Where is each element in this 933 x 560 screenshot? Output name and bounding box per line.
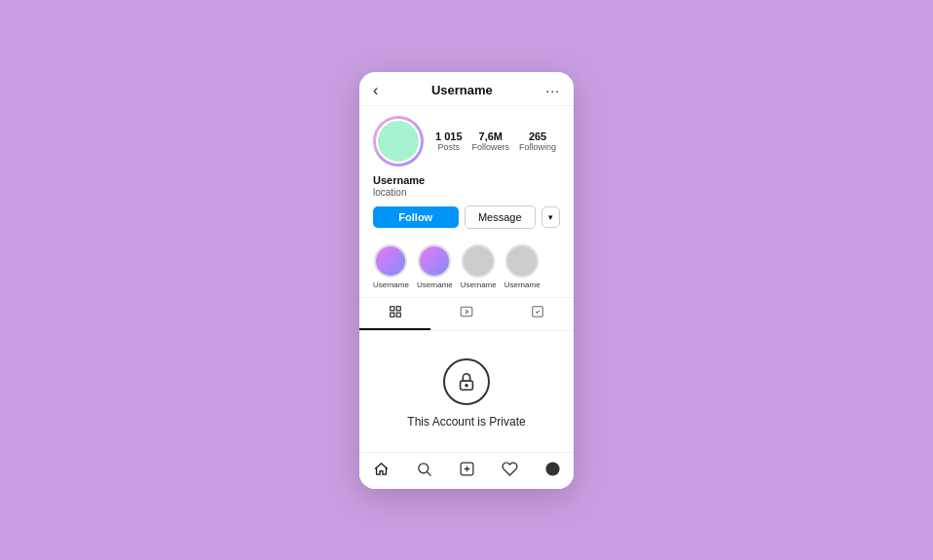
highlight-label-1: Username [417, 280, 453, 289]
profile-icon [544, 461, 561, 481]
highlight-label-0: Username [373, 280, 409, 289]
svg-rect-1 [396, 306, 400, 310]
reels-icon [460, 305, 473, 321]
grid-icon [389, 305, 402, 321]
home-icon [373, 461, 390, 481]
more-options-button[interactable]: ··· [545, 83, 560, 98]
add-nav[interactable] [445, 461, 488, 481]
dropdown-button[interactable]: ▾ [541, 206, 560, 228]
avatar-image [376, 119, 421, 164]
action-buttons: Follow Message ▾ [373, 205, 560, 229]
svg-rect-0 [390, 306, 393, 310]
private-section: This Account is Private [359, 331, 574, 452]
svg-rect-2 [390, 313, 393, 317]
avatar [373, 116, 424, 167]
phone-frame: ‹ Username ··· 1 015 Posts 7,6M Follower… [359, 72, 574, 489]
highlight-item-2[interactable]: Username [461, 244, 497, 289]
lock-circle [443, 358, 490, 405]
tagged-icon [531, 305, 544, 321]
bottom-nav [359, 452, 574, 489]
private-message: This Account is Private [407, 415, 525, 429]
svg-point-13 [545, 462, 559, 475]
svg-point-8 [418, 463, 428, 472]
posts-stat: 1 015 Posts [435, 131, 463, 152]
followers-count: 7,6M [479, 131, 503, 142]
profile-location: location [373, 187, 560, 198]
profile-top: 1 015 Posts 7,6M Followers 265 Following [373, 116, 560, 167]
followers-stat[interactable]: 7,6M Followers [472, 131, 510, 152]
following-label: Following [519, 142, 556, 152]
profile-nav[interactable] [531, 461, 574, 481]
highlight-label-2: Username [461, 280, 497, 289]
highlight-item-0[interactable]: Username [373, 244, 409, 289]
following-stat[interactable]: 265 Following [519, 131, 556, 152]
posts-label: Posts [438, 142, 461, 152]
svg-line-9 [427, 471, 430, 475]
tab-tagged[interactable] [503, 298, 574, 330]
followers-label: Followers [472, 142, 510, 152]
profile-section: 1 015 Posts 7,6M Followers 265 Following… [359, 106, 574, 237]
avatar-ring [373, 116, 424, 167]
tab-reels[interactable] [430, 298, 502, 330]
svg-point-7 [466, 384, 467, 386]
svg-rect-3 [396, 313, 400, 317]
heart-icon [502, 461, 518, 481]
posts-count: 1 015 [435, 131, 463, 142]
following-count: 265 [529, 131, 546, 142]
add-icon [459, 461, 475, 481]
content-tabs [359, 297, 574, 331]
highlight-avatar-0 [374, 244, 407, 278]
header: ‹ Username ··· [359, 72, 574, 106]
stats-row: 1 015 Posts 7,6M Followers 265 Following [435, 131, 560, 152]
tab-grid[interactable] [359, 298, 430, 330]
search-icon [416, 461, 432, 481]
search-nav[interactable] [402, 461, 445, 481]
activity-nav[interactable] [488, 461, 531, 481]
home-nav[interactable] [359, 461, 402, 481]
highlight-item-3[interactable]: Username [504, 244, 541, 289]
follow-button[interactable]: Follow [373, 206, 459, 228]
highlight-item-1[interactable]: Username [417, 244, 453, 289]
highlight-label-3: Username [504, 280, 541, 289]
svg-rect-4 [461, 307, 472, 316]
lock-icon [456, 371, 477, 392]
profile-name: Username [373, 174, 560, 186]
back-button[interactable]: ‹ [373, 82, 378, 99]
highlight-avatar-2 [462, 244, 495, 278]
header-title: Username [431, 83, 493, 97]
highlight-avatar-1 [418, 244, 451, 278]
highlights-row: Username Username Username Username [359, 237, 574, 297]
message-button[interactable]: Message [465, 205, 537, 229]
highlight-avatar-3 [505, 244, 539, 278]
